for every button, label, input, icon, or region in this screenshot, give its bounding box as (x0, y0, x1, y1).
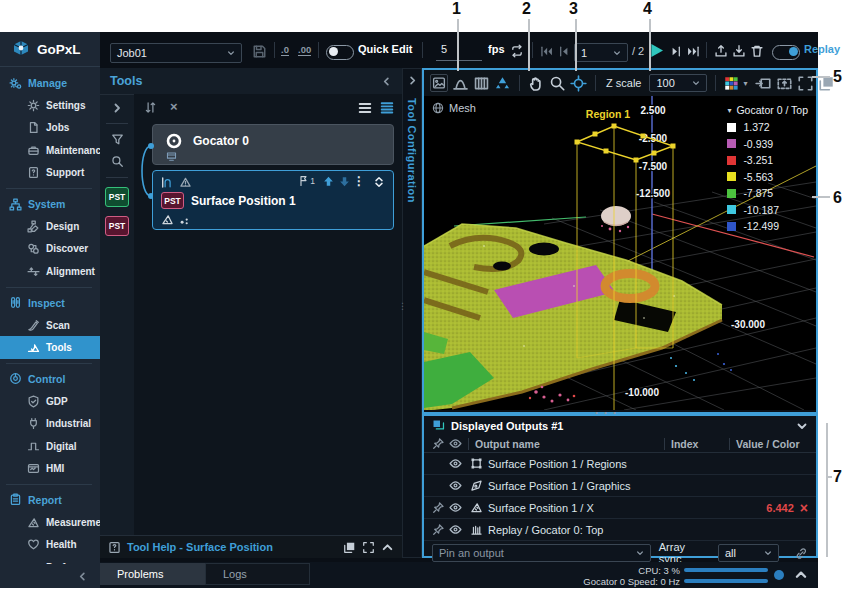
sidebar-item-jobs[interactable]: Jobs (0, 117, 100, 139)
fullscreen-icon[interactable] (362, 541, 375, 554)
gocator-card[interactable]: Gocator 0 (152, 124, 394, 165)
replay-toggle[interactable] (772, 45, 800, 60)
sidebar-item-support[interactable]: Support (0, 162, 100, 184)
sidebar-section-manage[interactable]: Manage (0, 72, 100, 94)
import-icon[interactable] (732, 44, 746, 58)
filter-icon[interactable] (111, 133, 124, 146)
mesh-view-icon[interactable] (494, 75, 511, 92)
sidebar-section-system[interactable]: System (0, 193, 100, 215)
fps-input[interactable]: 5 (436, 43, 482, 61)
sidebar-item-health[interactable]: Health (0, 533, 100, 555)
tab-logs[interactable]: Logs (205, 563, 310, 585)
eye-icon[interactable] (449, 457, 462, 470)
output-row-x-measurement[interactable]: Surface Position 1 / X 6.442 × (424, 497, 816, 519)
frame-selector[interactable]: 1 (574, 43, 628, 62)
sidebar-item-design[interactable]: Design (0, 215, 100, 237)
sidebar-collapse[interactable] (0, 564, 100, 588)
palette-caret-icon[interactable]: ▾ (743, 79, 747, 88)
pst-tool-badge-green[interactable]: PST (105, 187, 129, 207)
eye-icon[interactable] (449, 479, 462, 492)
collapse-outputs-icon[interactable] (796, 420, 808, 432)
uniform-view-icon[interactable] (473, 75, 490, 92)
list-view-icon[interactable] (358, 101, 372, 115)
collapse-panel-icon[interactable] (381, 76, 392, 87)
sidebar-item-industrial[interactable]: Industrial (0, 412, 100, 434)
tool-configuration-tab[interactable]: Tool Configuration (402, 68, 422, 558)
search-icon[interactable] (111, 155, 124, 168)
popout-icon[interactable] (343, 541, 356, 554)
next-frame-button[interactable] (670, 45, 683, 58)
sidebar-section-control[interactable]: Control (0, 368, 100, 390)
info-icon[interactable] (774, 570, 784, 580)
decimal-decrease-icon[interactable]: .0 (281, 44, 289, 56)
pst-tool-badge-pink[interactable]: PST (105, 216, 129, 236)
fit-to-data-icon[interactable] (755, 75, 772, 92)
eye-icon[interactable] (449, 523, 462, 536)
sidebar-item-scan[interactable]: Scan (0, 314, 100, 336)
sidebar-section-report[interactable]: Report (0, 489, 100, 511)
collapse-up-icon[interactable] (381, 541, 394, 554)
loop-icon[interactable] (510, 44, 524, 58)
collapse-statusbar-icon[interactable] (794, 568, 808, 582)
sidebar-section-inspect[interactable]: Inspect (0, 292, 100, 314)
palette-icon[interactable] (724, 76, 739, 91)
surface-output-icon[interactable] (166, 151, 177, 162)
save-job-button[interactable] (252, 44, 267, 59)
legend-swatch (727, 189, 736, 198)
tool-help-bar[interactable]: Tool Help - Surface Position (100, 535, 402, 558)
sidebar-item-digital[interactable]: Digital (0, 435, 100, 457)
output-row-replay-surface[interactable]: Replay / Gocator 0: Top (424, 519, 816, 541)
move-down-icon[interactable] (338, 175, 351, 188)
pin-output-selector[interactable]: Pin an output (432, 544, 651, 562)
data-output-icon[interactable] (179, 215, 190, 226)
sidebar-item-tools[interactable]: Tools (0, 336, 100, 358)
legend-title: Gocator 0 / Top (736, 104, 808, 116)
sidebar-item-measurements[interactable]: Measurements (0, 511, 100, 533)
sidebar-item-settings[interactable]: Settings (0, 94, 100, 116)
orbit-icon[interactable] (570, 75, 587, 92)
measurement-output-icon[interactable] (161, 213, 174, 226)
3d-scene[interactable]: 2.500 -2.500 -7.500 -12.500 -30.000 -10.… (424, 96, 816, 410)
skip-start-button[interactable] (540, 45, 553, 58)
sidebar-item-performance[interactable]: Performance (0, 556, 100, 564)
trash-icon[interactable] (750, 44, 764, 58)
z-scale-selector[interactable]: 100 (649, 74, 707, 92)
skip-end-button[interactable] (687, 45, 700, 58)
intensity-view-icon[interactable] (430, 74, 448, 92)
pin-icon[interactable] (432, 523, 445, 536)
export-icon[interactable] (714, 44, 728, 58)
prev-frame-button[interactable] (557, 45, 570, 58)
array-sync-selector[interactable]: all (718, 544, 779, 562)
sort-icon[interactable] (144, 101, 157, 114)
sidebar-item-hmi[interactable]: HMI (0, 457, 100, 479)
sidebar-item-alignment[interactable]: Alignment (0, 260, 100, 282)
collapse-card-icon[interactable] (373, 176, 385, 188)
detail-view-icon[interactable] (380, 101, 394, 115)
eye-icon[interactable] (449, 501, 462, 514)
surface-position-card[interactable]: 1 ⋮ PST Surface Position 1 (152, 170, 394, 230)
tab-problems[interactable]: Problems (100, 563, 205, 585)
pin-icon[interactable] (432, 501, 445, 514)
profile-view-icon[interactable] (452, 75, 469, 92)
clear-selection-icon[interactable]: × (170, 99, 178, 114)
zoom-icon[interactable] (549, 75, 566, 92)
viewport-splitter[interactable]: • • • (595, 408, 618, 417)
output-row-graphics[interactable]: Surface Position 1 / Graphics (424, 475, 816, 497)
quick-edit-toggle[interactable] (326, 45, 354, 60)
sidebar-item-maintenance[interactable]: Maintenance (0, 139, 100, 161)
expand-config-icon[interactable] (407, 75, 418, 86)
decimal-increase-icon[interactable]: .00 (298, 44, 311, 56)
legend-title-row[interactable]: ▾ Gocator 0 / Top (727, 104, 808, 116)
snapshot-icon[interactable] (776, 75, 793, 92)
link-icon[interactable] (795, 547, 808, 560)
move-up-icon[interactable] (322, 175, 335, 188)
sidebar-item-gdp[interactable]: GDP (0, 390, 100, 412)
panel-resize-grip[interactable]: ⋮ (398, 304, 407, 308)
kebab-menu-icon[interactable]: ⋮ (353, 174, 365, 188)
stream-count: 1 (310, 176, 315, 186)
output-row-regions[interactable]: Surface Position 1 / Regions (424, 453, 816, 475)
sidebar-item-discover[interactable]: Discover (0, 238, 100, 260)
job-selector[interactable]: Job01 (110, 43, 242, 63)
pan-hand-icon[interactable] (528, 75, 545, 92)
expand-rail-icon[interactable] (111, 102, 123, 114)
